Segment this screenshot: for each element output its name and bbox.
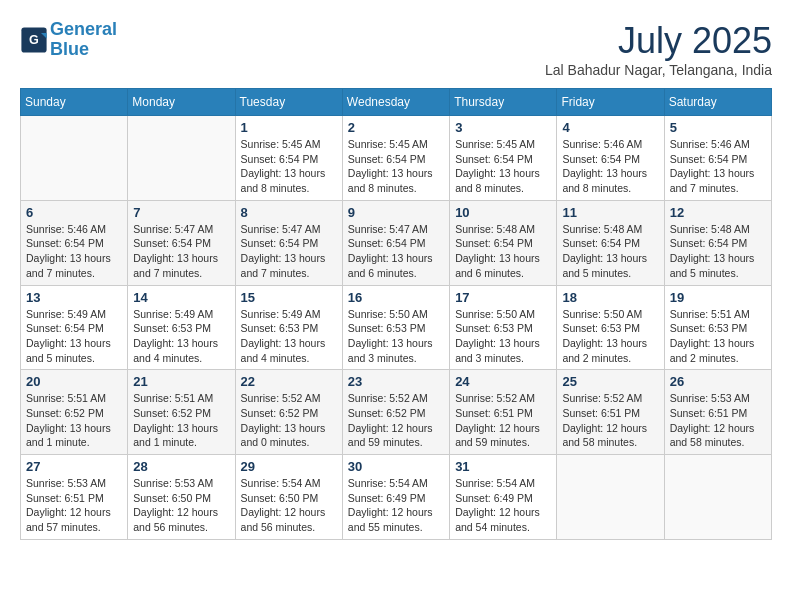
logo-line1: General [50,19,117,39]
calendar-day: 24Sunrise: 5:52 AMSunset: 6:51 PMDayligh… [450,370,557,455]
day-info: Sunrise: 5:49 AMSunset: 6:53 PMDaylight:… [241,307,337,366]
calendar-day: 9Sunrise: 5:47 AMSunset: 6:54 PMDaylight… [342,200,449,285]
day-number: 9 [348,205,444,220]
day-number: 8 [241,205,337,220]
weekday-header-tuesday: Tuesday [235,89,342,116]
calendar-day: 2Sunrise: 5:45 AMSunset: 6:54 PMDaylight… [342,116,449,201]
calendar-day: 15Sunrise: 5:49 AMSunset: 6:53 PMDayligh… [235,285,342,370]
day-number: 24 [455,374,551,389]
day-number: 17 [455,290,551,305]
day-info: Sunrise: 5:47 AMSunset: 6:54 PMDaylight:… [133,222,229,281]
day-number: 4 [562,120,658,135]
calendar-day: 8Sunrise: 5:47 AMSunset: 6:54 PMDaylight… [235,200,342,285]
logo-icon: G [20,26,48,54]
calendar-day: 26Sunrise: 5:53 AMSunset: 6:51 PMDayligh… [664,370,771,455]
calendar-day: 22Sunrise: 5:52 AMSunset: 6:52 PMDayligh… [235,370,342,455]
day-number: 26 [670,374,766,389]
day-info: Sunrise: 5:49 AMSunset: 6:54 PMDaylight:… [26,307,122,366]
day-info: Sunrise: 5:47 AMSunset: 6:54 PMDaylight:… [348,222,444,281]
calendar-day: 19Sunrise: 5:51 AMSunset: 6:53 PMDayligh… [664,285,771,370]
calendar-day: 17Sunrise: 5:50 AMSunset: 6:53 PMDayligh… [450,285,557,370]
calendar-day: 4Sunrise: 5:46 AMSunset: 6:54 PMDaylight… [557,116,664,201]
day-info: Sunrise: 5:50 AMSunset: 6:53 PMDaylight:… [455,307,551,366]
calendar-week-5: 27Sunrise: 5:53 AMSunset: 6:51 PMDayligh… [21,455,772,540]
calendar-day: 28Sunrise: 5:53 AMSunset: 6:50 PMDayligh… [128,455,235,540]
svg-text:G: G [29,33,39,47]
calendar-day: 5Sunrise: 5:46 AMSunset: 6:54 PMDaylight… [664,116,771,201]
day-info: Sunrise: 5:51 AMSunset: 6:53 PMDaylight:… [670,307,766,366]
calendar-day: 13Sunrise: 5:49 AMSunset: 6:54 PMDayligh… [21,285,128,370]
day-number: 19 [670,290,766,305]
calendar-day: 11Sunrise: 5:48 AMSunset: 6:54 PMDayligh… [557,200,664,285]
day-info: Sunrise: 5:52 AMSunset: 6:52 PMDaylight:… [241,391,337,450]
day-info: Sunrise: 5:48 AMSunset: 6:54 PMDaylight:… [455,222,551,281]
calendar-day: 29Sunrise: 5:54 AMSunset: 6:50 PMDayligh… [235,455,342,540]
calendar-day: 7Sunrise: 5:47 AMSunset: 6:54 PMDaylight… [128,200,235,285]
day-number: 15 [241,290,337,305]
day-info: Sunrise: 5:45 AMSunset: 6:54 PMDaylight:… [241,137,337,196]
day-number: 25 [562,374,658,389]
day-number: 31 [455,459,551,474]
day-info: Sunrise: 5:52 AMSunset: 6:52 PMDaylight:… [348,391,444,450]
day-info: Sunrise: 5:54 AMSunset: 6:49 PMDaylight:… [348,476,444,535]
day-number: 30 [348,459,444,474]
day-number: 29 [241,459,337,474]
calendar-day: 21Sunrise: 5:51 AMSunset: 6:52 PMDayligh… [128,370,235,455]
day-number: 21 [133,374,229,389]
day-number: 27 [26,459,122,474]
calendar-day [128,116,235,201]
calendar-day: 23Sunrise: 5:52 AMSunset: 6:52 PMDayligh… [342,370,449,455]
weekday-header-row: SundayMondayTuesdayWednesdayThursdayFrid… [21,89,772,116]
calendar-day [664,455,771,540]
day-info: Sunrise: 5:52 AMSunset: 6:51 PMDaylight:… [455,391,551,450]
day-number: 1 [241,120,337,135]
calendar-day: 3Sunrise: 5:45 AMSunset: 6:54 PMDaylight… [450,116,557,201]
day-info: Sunrise: 5:47 AMSunset: 6:54 PMDaylight:… [241,222,337,281]
day-info: Sunrise: 5:53 AMSunset: 6:50 PMDaylight:… [133,476,229,535]
day-info: Sunrise: 5:52 AMSunset: 6:51 PMDaylight:… [562,391,658,450]
day-number: 16 [348,290,444,305]
day-number: 28 [133,459,229,474]
day-info: Sunrise: 5:53 AMSunset: 6:51 PMDaylight:… [26,476,122,535]
location: Lal Bahadur Nagar, Telangana, India [545,62,772,78]
calendar-week-1: 1Sunrise: 5:45 AMSunset: 6:54 PMDaylight… [21,116,772,201]
calendar-day: 12Sunrise: 5:48 AMSunset: 6:54 PMDayligh… [664,200,771,285]
weekday-header-friday: Friday [557,89,664,116]
calendar-day: 20Sunrise: 5:51 AMSunset: 6:52 PMDayligh… [21,370,128,455]
day-number: 6 [26,205,122,220]
day-info: Sunrise: 5:46 AMSunset: 6:54 PMDaylight:… [26,222,122,281]
day-number: 3 [455,120,551,135]
calendar-week-3: 13Sunrise: 5:49 AMSunset: 6:54 PMDayligh… [21,285,772,370]
calendar-day [21,116,128,201]
day-info: Sunrise: 5:51 AMSunset: 6:52 PMDaylight:… [133,391,229,450]
weekday-header-monday: Monday [128,89,235,116]
day-number: 23 [348,374,444,389]
day-number: 12 [670,205,766,220]
calendar-day: 1Sunrise: 5:45 AMSunset: 6:54 PMDaylight… [235,116,342,201]
day-number: 10 [455,205,551,220]
calendar-day: 16Sunrise: 5:50 AMSunset: 6:53 PMDayligh… [342,285,449,370]
calendar-day: 6Sunrise: 5:46 AMSunset: 6:54 PMDaylight… [21,200,128,285]
calendar-table: SundayMondayTuesdayWednesdayThursdayFrid… [20,88,772,540]
calendar-day [557,455,664,540]
day-number: 11 [562,205,658,220]
day-info: Sunrise: 5:51 AMSunset: 6:52 PMDaylight:… [26,391,122,450]
day-info: Sunrise: 5:45 AMSunset: 6:54 PMDaylight:… [348,137,444,196]
day-info: Sunrise: 5:46 AMSunset: 6:54 PMDaylight:… [562,137,658,196]
day-number: 22 [241,374,337,389]
day-info: Sunrise: 5:54 AMSunset: 6:50 PMDaylight:… [241,476,337,535]
calendar-week-4: 20Sunrise: 5:51 AMSunset: 6:52 PMDayligh… [21,370,772,455]
calendar-day: 10Sunrise: 5:48 AMSunset: 6:54 PMDayligh… [450,200,557,285]
calendar-day: 31Sunrise: 5:54 AMSunset: 6:49 PMDayligh… [450,455,557,540]
calendar-day: 25Sunrise: 5:52 AMSunset: 6:51 PMDayligh… [557,370,664,455]
day-info: Sunrise: 5:54 AMSunset: 6:49 PMDaylight:… [455,476,551,535]
day-info: Sunrise: 5:49 AMSunset: 6:53 PMDaylight:… [133,307,229,366]
day-number: 20 [26,374,122,389]
page-header: G General Blue July 2025 Lal Bahadur Nag… [20,20,772,78]
weekday-header-sunday: Sunday [21,89,128,116]
day-info: Sunrise: 5:48 AMSunset: 6:54 PMDaylight:… [670,222,766,281]
weekday-header-thursday: Thursday [450,89,557,116]
day-info: Sunrise: 5:50 AMSunset: 6:53 PMDaylight:… [562,307,658,366]
calendar-header: SundayMondayTuesdayWednesdayThursdayFrid… [21,89,772,116]
day-number: 18 [562,290,658,305]
